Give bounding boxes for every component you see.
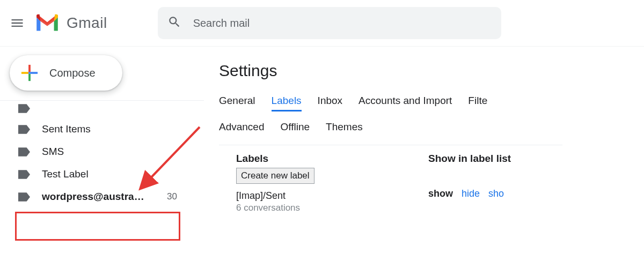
sidebar-item-test-label[interactable]: Test Label [0,163,204,185]
search-icon [167,15,181,31]
sidebar-item-deleted-items[interactable]: Deleted Items [0,104,204,118]
sidebar-item-count: 30 [167,191,177,202]
tab-offline[interactable]: Offline [281,121,310,136]
label-action-show[interactable]: show [428,188,453,199]
sidebar-item-sent-items[interactable]: Sent Items [0,118,204,140]
label-entry-subtext: 6 conversations [236,203,428,213]
svg-rect-0 [28,65,31,72]
annotation-highlight-box [15,212,180,241]
compose-label: Compose [49,67,96,79]
label-action-show-if-unread[interactable]: sho [488,188,504,199]
sidebar-item-label: SMS [42,146,64,158]
labels-column-left: Labels Create new label [Imap]/Sent 6 co… [219,153,428,213]
label-icon [18,125,30,134]
gmail-logo[interactable]: Gmail [34,13,107,33]
main-content: Settings General Labels Inbox Accounts a… [204,47,644,268]
gmail-logo-text: Gmail [67,14,107,32]
create-new-label-button[interactable]: Create new label [236,168,314,184]
search-input[interactable] [193,17,492,29]
label-icon [18,104,30,113]
sidebar-divider [0,100,204,101]
labels-section: Labels Create new label [Imap]/Sent 6 co… [219,153,644,213]
sidebar-item-sms[interactable]: SMS [0,140,204,163]
tabs-divider [219,145,562,145]
sidebar: Compose Deleted Items Sent Items SMS Tes… [0,47,204,268]
label-icon [18,192,30,202]
tab-advanced[interactable]: Advanced [219,121,265,136]
labels-heading: Labels [236,153,428,165]
sidebar-item-label: wordpress@austra… [42,191,144,203]
label-entry-name[interactable]: [Imap]/Sent [236,190,428,202]
plus-icon [20,64,39,82]
tab-filters[interactable]: Filte [468,95,487,111]
label-icon [18,170,30,179]
sidebar-item-label: Test Label [42,168,89,180]
search-box[interactable] [158,7,501,39]
label-icon [18,147,30,157]
sidebar-item-wordpress[interactable]: wordpress@austra… 30 [0,185,204,208]
app-header: Gmail [0,0,644,46]
sidebar-item-label: Deleted Items [42,104,105,105]
label-visibility-actions: show hide sho [428,188,511,199]
settings-tabs-row2: Advanced Offline Themes [219,121,552,136]
hamburger-icon [10,16,25,31]
compose-button[interactable]: Compose [10,55,122,91]
label-action-hide[interactable]: hide [462,188,480,199]
page-title: Settings [219,62,644,80]
svg-rect-4 [28,72,31,74]
svg-rect-2 [21,72,28,74]
tab-labels[interactable]: Labels [272,95,302,111]
tab-accounts-import[interactable]: Accounts and Import [358,95,452,111]
svg-rect-3 [31,72,38,74]
gmail-m-icon [34,13,60,33]
tab-themes[interactable]: Themes [326,121,363,136]
settings-tabs-row1: General Labels Inbox Accounts and Import… [219,95,552,111]
tab-general[interactable]: General [219,95,255,111]
sidebar-item-label: Sent Items [42,123,91,135]
svg-rect-1 [28,74,31,81]
app-body: Compose Deleted Items Sent Items SMS Tes… [0,47,644,268]
labels-column-right: Show in label list show hide sho [428,153,511,213]
tab-inbox[interactable]: Inbox [318,95,342,111]
show-in-label-list-heading: Show in label list [428,153,511,165]
main-menu-button[interactable] [4,10,30,36]
sidebar-label-list: Deleted Items Sent Items SMS Test Label … [0,104,204,208]
